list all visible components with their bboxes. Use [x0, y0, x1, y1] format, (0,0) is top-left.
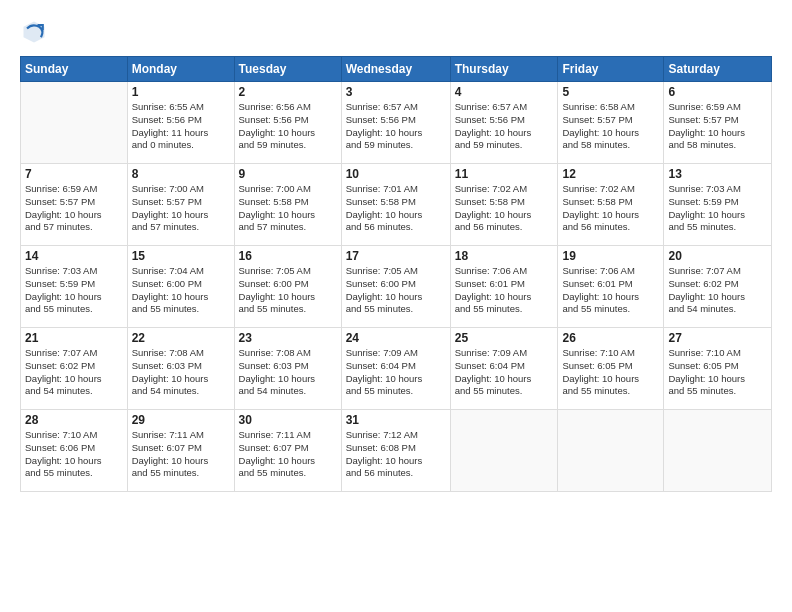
- logo: [20, 18, 52, 46]
- day-number: 22: [132, 331, 230, 345]
- calendar-cell: [450, 410, 558, 492]
- cell-info: Sunrise: 7:00 AM Sunset: 5:58 PM Dayligh…: [239, 183, 337, 234]
- weekday-header-thursday: Thursday: [450, 57, 558, 82]
- day-number: 25: [455, 331, 554, 345]
- calendar-cell: 24Sunrise: 7:09 AM Sunset: 6:04 PM Dayli…: [341, 328, 450, 410]
- day-number: 30: [239, 413, 337, 427]
- day-number: 4: [455, 85, 554, 99]
- cell-info: Sunrise: 6:59 AM Sunset: 5:57 PM Dayligh…: [25, 183, 123, 234]
- calendar-cell: 18Sunrise: 7:06 AM Sunset: 6:01 PM Dayli…: [450, 246, 558, 328]
- day-number: 27: [668, 331, 767, 345]
- cell-info: Sunrise: 7:07 AM Sunset: 6:02 PM Dayligh…: [668, 265, 767, 316]
- cell-info: Sunrise: 6:58 AM Sunset: 5:57 PM Dayligh…: [562, 101, 659, 152]
- calendar-cell: 17Sunrise: 7:05 AM Sunset: 6:00 PM Dayli…: [341, 246, 450, 328]
- cell-info: Sunrise: 7:10 AM Sunset: 6:05 PM Dayligh…: [562, 347, 659, 398]
- day-number: 21: [25, 331, 123, 345]
- calendar-cell: 21Sunrise: 7:07 AM Sunset: 6:02 PM Dayli…: [21, 328, 128, 410]
- cell-info: Sunrise: 6:55 AM Sunset: 5:56 PM Dayligh…: [132, 101, 230, 152]
- calendar-cell: 13Sunrise: 7:03 AM Sunset: 5:59 PM Dayli…: [664, 164, 772, 246]
- day-number: 19: [562, 249, 659, 263]
- calendar-cell: 23Sunrise: 7:08 AM Sunset: 6:03 PM Dayli…: [234, 328, 341, 410]
- cell-info: Sunrise: 7:04 AM Sunset: 6:00 PM Dayligh…: [132, 265, 230, 316]
- cell-info: Sunrise: 7:02 AM Sunset: 5:58 PM Dayligh…: [455, 183, 554, 234]
- calendar-cell: 30Sunrise: 7:11 AM Sunset: 6:07 PM Dayli…: [234, 410, 341, 492]
- day-number: 31: [346, 413, 446, 427]
- cell-info: Sunrise: 7:10 AM Sunset: 6:06 PM Dayligh…: [25, 429, 123, 480]
- day-number: 16: [239, 249, 337, 263]
- calendar-cell: [664, 410, 772, 492]
- day-number: 13: [668, 167, 767, 181]
- day-number: 17: [346, 249, 446, 263]
- day-number: 2: [239, 85, 337, 99]
- day-number: 1: [132, 85, 230, 99]
- calendar-cell: 4Sunrise: 6:57 AM Sunset: 5:56 PM Daylig…: [450, 82, 558, 164]
- calendar-cell: 11Sunrise: 7:02 AM Sunset: 5:58 PM Dayli…: [450, 164, 558, 246]
- cell-info: Sunrise: 7:08 AM Sunset: 6:03 PM Dayligh…: [239, 347, 337, 398]
- week-row-1: 1Sunrise: 6:55 AM Sunset: 5:56 PM Daylig…: [21, 82, 772, 164]
- day-number: 12: [562, 167, 659, 181]
- calendar-cell: 25Sunrise: 7:09 AM Sunset: 6:04 PM Dayli…: [450, 328, 558, 410]
- cell-info: Sunrise: 7:08 AM Sunset: 6:03 PM Dayligh…: [132, 347, 230, 398]
- cell-info: Sunrise: 7:12 AM Sunset: 6:08 PM Dayligh…: [346, 429, 446, 480]
- cell-info: Sunrise: 7:03 AM Sunset: 5:59 PM Dayligh…: [25, 265, 123, 316]
- day-number: 7: [25, 167, 123, 181]
- weekday-header-tuesday: Tuesday: [234, 57, 341, 82]
- cell-info: Sunrise: 7:00 AM Sunset: 5:57 PM Dayligh…: [132, 183, 230, 234]
- cell-info: Sunrise: 7:07 AM Sunset: 6:02 PM Dayligh…: [25, 347, 123, 398]
- weekday-header-friday: Friday: [558, 57, 664, 82]
- cell-info: Sunrise: 7:06 AM Sunset: 6:01 PM Dayligh…: [455, 265, 554, 316]
- calendar-cell: 27Sunrise: 7:10 AM Sunset: 6:05 PM Dayli…: [664, 328, 772, 410]
- cell-info: Sunrise: 7:11 AM Sunset: 6:07 PM Dayligh…: [132, 429, 230, 480]
- cell-info: Sunrise: 7:05 AM Sunset: 6:00 PM Dayligh…: [346, 265, 446, 316]
- calendar-cell: [558, 410, 664, 492]
- weekday-header-monday: Monday: [127, 57, 234, 82]
- weekday-header-wednesday: Wednesday: [341, 57, 450, 82]
- calendar-cell: 6Sunrise: 6:59 AM Sunset: 5:57 PM Daylig…: [664, 82, 772, 164]
- day-number: 15: [132, 249, 230, 263]
- day-number: 5: [562, 85, 659, 99]
- week-row-5: 28Sunrise: 7:10 AM Sunset: 6:06 PM Dayli…: [21, 410, 772, 492]
- day-number: 28: [25, 413, 123, 427]
- calendar-cell: 20Sunrise: 7:07 AM Sunset: 6:02 PM Dayli…: [664, 246, 772, 328]
- cell-info: Sunrise: 6:56 AM Sunset: 5:56 PM Dayligh…: [239, 101, 337, 152]
- day-number: 18: [455, 249, 554, 263]
- calendar-cell: 9Sunrise: 7:00 AM Sunset: 5:58 PM Daylig…: [234, 164, 341, 246]
- page: SundayMondayTuesdayWednesdayThursdayFrid…: [0, 0, 792, 612]
- cell-info: Sunrise: 7:01 AM Sunset: 5:58 PM Dayligh…: [346, 183, 446, 234]
- cell-info: Sunrise: 6:57 AM Sunset: 5:56 PM Dayligh…: [455, 101, 554, 152]
- day-number: 29: [132, 413, 230, 427]
- cell-info: Sunrise: 7:05 AM Sunset: 6:00 PM Dayligh…: [239, 265, 337, 316]
- cell-info: Sunrise: 6:59 AM Sunset: 5:57 PM Dayligh…: [668, 101, 767, 152]
- calendar-cell: 12Sunrise: 7:02 AM Sunset: 5:58 PM Dayli…: [558, 164, 664, 246]
- day-number: 8: [132, 167, 230, 181]
- day-number: 3: [346, 85, 446, 99]
- week-row-2: 7Sunrise: 6:59 AM Sunset: 5:57 PM Daylig…: [21, 164, 772, 246]
- calendar-cell: 2Sunrise: 6:56 AM Sunset: 5:56 PM Daylig…: [234, 82, 341, 164]
- cell-info: Sunrise: 7:03 AM Sunset: 5:59 PM Dayligh…: [668, 183, 767, 234]
- weekday-header-row: SundayMondayTuesdayWednesdayThursdayFrid…: [21, 57, 772, 82]
- weekday-header-sunday: Sunday: [21, 57, 128, 82]
- header: [20, 18, 772, 46]
- calendar-cell: 5Sunrise: 6:58 AM Sunset: 5:57 PM Daylig…: [558, 82, 664, 164]
- cell-info: Sunrise: 7:09 AM Sunset: 6:04 PM Dayligh…: [346, 347, 446, 398]
- logo-icon: [20, 18, 48, 46]
- day-number: 24: [346, 331, 446, 345]
- day-number: 14: [25, 249, 123, 263]
- day-number: 6: [668, 85, 767, 99]
- calendar-cell: 31Sunrise: 7:12 AM Sunset: 6:08 PM Dayli…: [341, 410, 450, 492]
- calendar-cell: 14Sunrise: 7:03 AM Sunset: 5:59 PM Dayli…: [21, 246, 128, 328]
- calendar: SundayMondayTuesdayWednesdayThursdayFrid…: [20, 56, 772, 492]
- calendar-cell: 10Sunrise: 7:01 AM Sunset: 5:58 PM Dayli…: [341, 164, 450, 246]
- calendar-cell: 3Sunrise: 6:57 AM Sunset: 5:56 PM Daylig…: [341, 82, 450, 164]
- day-number: 10: [346, 167, 446, 181]
- cell-info: Sunrise: 7:09 AM Sunset: 6:04 PM Dayligh…: [455, 347, 554, 398]
- calendar-cell: [21, 82, 128, 164]
- calendar-cell: 26Sunrise: 7:10 AM Sunset: 6:05 PM Dayli…: [558, 328, 664, 410]
- weekday-header-saturday: Saturday: [664, 57, 772, 82]
- day-number: 20: [668, 249, 767, 263]
- day-number: 9: [239, 167, 337, 181]
- cell-info: Sunrise: 6:57 AM Sunset: 5:56 PM Dayligh…: [346, 101, 446, 152]
- day-number: 11: [455, 167, 554, 181]
- day-number: 23: [239, 331, 337, 345]
- calendar-cell: 29Sunrise: 7:11 AM Sunset: 6:07 PM Dayli…: [127, 410, 234, 492]
